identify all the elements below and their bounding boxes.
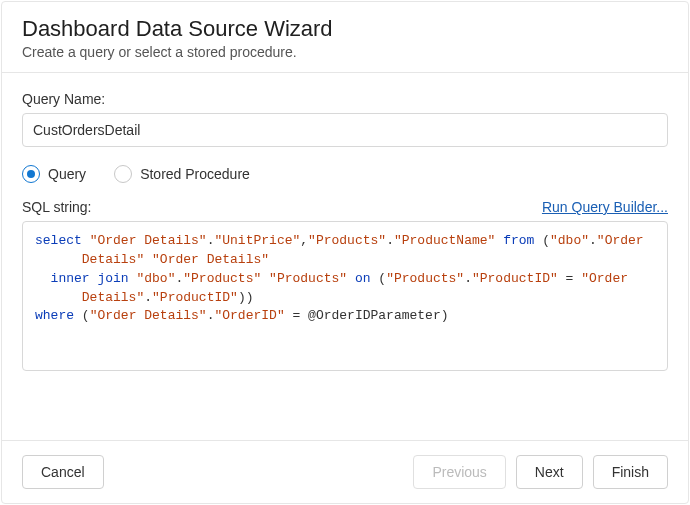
- wizard-header: Dashboard Data Source Wizard Create a qu…: [2, 2, 688, 73]
- wizard-title: Dashboard Data Source Wizard: [22, 16, 668, 42]
- next-button[interactable]: Next: [516, 455, 583, 489]
- query-name-label: Query Name:: [22, 91, 668, 107]
- radio-query[interactable]: Query: [22, 165, 86, 183]
- cancel-button[interactable]: Cancel: [22, 455, 104, 489]
- wizard-subtitle: Create a query or select a stored proced…: [22, 44, 668, 60]
- radio-icon: [22, 165, 40, 183]
- sql-string-editor[interactable]: select "Order Details"."UnitPrice","Prod…: [22, 221, 668, 371]
- radio-stored-procedure-label: Stored Procedure: [140, 166, 250, 182]
- run-query-builder-link[interactable]: Run Query Builder...: [542, 199, 668, 215]
- sql-string-label: SQL string:: [22, 199, 92, 215]
- query-name-input[interactable]: [22, 113, 668, 147]
- wizard-body: Query Name: Query Stored Procedure SQL s…: [2, 73, 688, 440]
- wizard-footer: Cancel Previous Next Finish: [2, 440, 688, 503]
- radio-icon: [114, 165, 132, 183]
- wizard-dialog: Dashboard Data Source Wizard Create a qu…: [1, 1, 689, 504]
- query-type-radio-group: Query Stored Procedure: [22, 165, 668, 183]
- previous-button: Previous: [413, 455, 505, 489]
- radio-stored-procedure[interactable]: Stored Procedure: [114, 165, 250, 183]
- finish-button[interactable]: Finish: [593, 455, 668, 489]
- radio-query-label: Query: [48, 166, 86, 182]
- sql-label-row: SQL string: Run Query Builder...: [22, 199, 668, 215]
